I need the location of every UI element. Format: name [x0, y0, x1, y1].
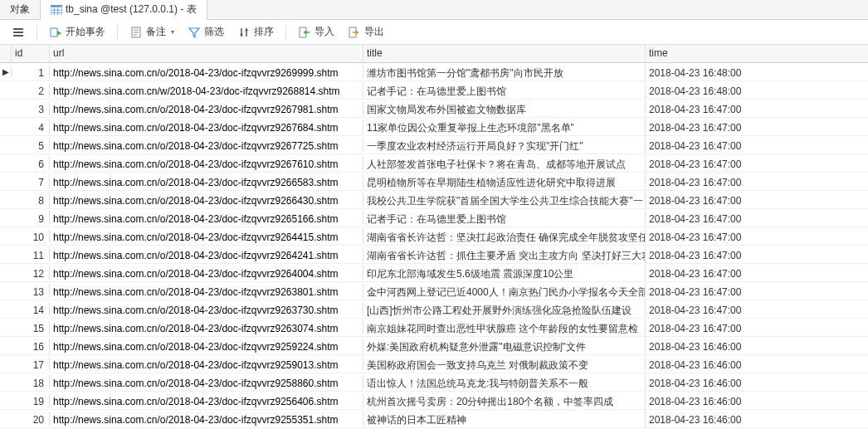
cell-url[interactable]: http://news.sina.com.cn/o/2018-04-23/doc… — [50, 302, 363, 316]
cell-id[interactable]: 4 — [12, 119, 50, 134]
table-row[interactable]: 5http://news.sina.com.cn/o/2018-04-23/do… — [0, 136, 868, 154]
table-row[interactable]: 3http://news.sina.com.cn/o/2018-04-23/do… — [0, 100, 868, 118]
cell-id[interactable]: 11 — [12, 247, 50, 261]
cell-url[interactable]: http://news.sina.com.cn/o/2018-04-23/doc… — [50, 247, 363, 261]
cell-id[interactable]: 5 — [12, 138, 50, 152]
table-row[interactable]: 17http://news.sina.com.cn/o/2018-04-23/d… — [0, 355, 868, 373]
cell-time[interactable]: 2018-04-23 16:47:00 — [646, 320, 868, 334]
table-row[interactable]: 7http://news.sina.com.cn/o/2018-04-23/do… — [0, 173, 868, 191]
table-row[interactable]: 15http://news.sina.com.cn/o/2018-04-23/d… — [0, 319, 868, 337]
cell-id[interactable]: 1 — [12, 65, 50, 79]
cell-id[interactable]: 6 — [12, 156, 50, 170]
table-row[interactable]: 10http://news.sina.com.cn/o/2018-04-23/d… — [0, 227, 868, 246]
cell-title[interactable]: 外媒:美国政府机构疑意外泄露"电磁意识控制"文件 — [363, 338, 646, 354]
cell-title[interactable]: 被神话的日本工匠精神 — [363, 411, 646, 427]
cell-id[interactable]: 20 — [12, 412, 50, 426]
cell-time[interactable]: 2018-04-23 16:47:00 — [646, 119, 868, 134]
cell-time[interactable]: 2018-04-23 16:46:00 — [646, 339, 868, 353]
cell-title[interactable]: 一季度农业农村经济运行开局良好？实现"开门红" — [363, 137, 646, 154]
export-button[interactable]: 导出 — [343, 23, 389, 41]
cell-title[interactable]: 记者手记：在马德里爱上图书馆 — [363, 82, 646, 99]
cell-url[interactable]: http://news.sina.com.cn/o/2018-04-23/doc… — [50, 393, 363, 407]
cell-id[interactable]: 15 — [12, 320, 50, 334]
cell-time[interactable]: 2018-04-23 16:46:00 — [646, 375, 868, 389]
table-row[interactable]: 12http://news.sina.com.cn/o/2018-04-23/d… — [0, 264, 868, 282]
cell-title[interactable]: [山西]忻州市公路工程处开展野外演练强化应急抢险队伍建设 — [363, 301, 646, 318]
table-row[interactable]: 13http://news.sina.com.cn/o/2018-04-23/d… — [0, 282, 868, 300]
cell-time[interactable]: 2018-04-23 16:47:00 — [646, 211, 868, 225]
menu-button[interactable] — [7, 24, 30, 41]
cell-id[interactable]: 19 — [12, 393, 50, 407]
cell-url[interactable]: http://news.sina.com.cn/o/2018-04-23/doc… — [50, 357, 363, 371]
cell-url[interactable]: http://news.sina.com.cn/o/2018-04-23/doc… — [50, 375, 363, 389]
tab-object[interactable]: 对象 — [0, 0, 41, 19]
cell-time[interactable]: 2018-04-23 16:47:00 — [646, 229, 868, 243]
cell-url[interactable]: http://news.sina.com.cn/o/2018-04-23/doc… — [50, 320, 363, 334]
cell-url[interactable]: http://news.sina.com.cn/o/2018-04-23/doc… — [50, 65, 363, 79]
memo-button[interactable]: 备注 ▾ — [124, 23, 179, 41]
sort-button[interactable]: 排序 — [232, 23, 279, 41]
cell-time[interactable]: 2018-04-23 16:46:00 — [646, 412, 868, 426]
table-row[interactable]: 9http://news.sina.com.cn/o/2018-04-23/do… — [0, 209, 868, 227]
cell-title[interactable]: 南京姐妹花同时查出恶性甲状腺癌 这个年龄段的女性要留意检 — [363, 319, 646, 336]
column-header-url[interactable]: url — [50, 45, 363, 62]
cell-title[interactable]: 语出惊人！法国总统马克龙:我与特朗普关系不一般 — [363, 374, 646, 391]
cell-title[interactable]: 湖南省省长许达哲：抓住主要矛盾 突出主攻方向 坚决打好三大攻 — [363, 246, 646, 263]
cell-time[interactable]: 2018-04-23 16:47:00 — [646, 284, 868, 298]
cell-title[interactable]: 金中河西网上登记已近4000人！南京热门民办小学报名今天全部 — [363, 283, 646, 300]
cell-id[interactable]: 13 — [12, 284, 50, 298]
cell-time[interactable]: 2018-04-23 16:47:00 — [646, 266, 868, 280]
cell-url[interactable]: http://news.sina.com.cn/o/2018-04-23/doc… — [50, 412, 363, 426]
cell-title[interactable]: 记者手记：在马德里爱上图书馆 — [363, 210, 646, 227]
cell-title[interactable]: 杭州首次摇号卖房：20分钟摇出180个名额，中签率四成 — [363, 392, 646, 409]
tab-table[interactable]: tb_sina @test (127.0.0.1) - 表 — [41, 0, 207, 20]
cell-url[interactable]: http://news.sina.com.cn/o/2018-04-23/doc… — [50, 229, 363, 243]
cell-title[interactable]: 人社部签发首张电子社保卡？将在青岛、成都等地开展试点 — [363, 155, 646, 172]
cell-time[interactable]: 2018-04-23 16:47:00 — [646, 174, 868, 188]
cell-url[interactable]: http://news.sina.com.cn/o/2018-04-23/doc… — [50, 284, 363, 298]
cell-id[interactable]: 17 — [12, 357, 50, 371]
cell-id[interactable]: 18 — [12, 375, 50, 389]
table-row[interactable]: 6http://news.sina.com.cn/o/2018-04-23/do… — [0, 154, 868, 173]
cell-id[interactable]: 8 — [12, 193, 50, 207]
filter-button[interactable]: 筛选 — [183, 23, 229, 41]
table-row[interactable]: 19http://news.sina.com.cn/o/2018-04-23/d… — [0, 392, 868, 410]
begin-transaction-button[interactable]: 开始事务 — [44, 23, 110, 41]
table-row[interactable]: 16http://news.sina.com.cn/o/2018-04-23/d… — [0, 337, 868, 355]
table-row[interactable]: 18http://news.sina.com.cn/o/2018-04-23/d… — [0, 373, 868, 392]
table-row[interactable]: 11http://news.sina.com.cn/o/2018-04-23/d… — [0, 246, 868, 264]
cell-title[interactable]: 11家单位因公众重复举报上生态环境部"黑名单" — [363, 119, 646, 135]
table-row[interactable]: 4http://news.sina.com.cn/o/2018-04-23/do… — [0, 118, 868, 136]
cell-time[interactable]: 2018-04-23 16:48:00 — [646, 65, 868, 79]
cell-url[interactable]: http://news.sina.com.cn/o/2018-04-23/doc… — [50, 339, 363, 353]
column-header-time[interactable]: time — [646, 45, 868, 62]
cell-title[interactable]: 我校公共卫生学院获"首届全国大学生公共卫生综合技能大赛"一 — [363, 192, 646, 208]
cell-time[interactable]: 2018-04-23 16:47:00 — [646, 193, 868, 207]
cell-time[interactable]: 2018-04-23 16:47:00 — [646, 138, 868, 152]
cell-url[interactable]: http://news.sina.com.cn/o/2018-04-23/doc… — [50, 138, 363, 152]
row-marker-header[interactable] — [0, 45, 12, 62]
cell-time[interactable]: 2018-04-23 16:47:00 — [646, 101, 868, 115]
cell-time[interactable]: 2018-04-23 16:46:00 — [646, 357, 868, 371]
cell-id[interactable]: 14 — [12, 302, 50, 316]
cell-title[interactable]: 美国称政府国会一致支持乌克兰 对俄制裁政策不变 — [363, 356, 646, 373]
cell-title[interactable]: 国家文物局发布外国被盗文物数据库 — [363, 100, 646, 117]
cell-url[interactable]: http://news.sina.com.cn/o/2018-04-23/doc… — [50, 211, 363, 225]
cell-id[interactable]: 2 — [12, 83, 50, 97]
cell-time[interactable]: 2018-04-23 16:47:00 — [646, 156, 868, 170]
cell-url[interactable]: http://news.sina.com.cn/o/2018-04-23/doc… — [50, 266, 363, 280]
cell-title[interactable]: 潍坊市图书馆第一分馆"鸢都书房"向市民开放 — [363, 64, 646, 80]
table-row[interactable]: 2http://news.sina.com.cn/w/2018-04-23/do… — [0, 81, 868, 100]
column-header-id[interactable]: id — [12, 45, 50, 62]
cell-title[interactable]: 昆明植物所等在早期陆生植物适应性进化研究中取得进展 — [363, 173, 646, 190]
cell-url[interactable]: http://news.sina.com.cn/w/2018-04-23/doc… — [50, 83, 363, 97]
table-row[interactable]: ▶1http://news.sina.com.cn/o/2018-04-23/d… — [0, 63, 868, 81]
cell-url[interactable]: http://news.sina.com.cn/o/2018-04-23/doc… — [50, 101, 363, 115]
table-row[interactable]: 8http://news.sina.com.cn/o/2018-04-23/do… — [0, 191, 868, 209]
table-row[interactable]: 20http://news.sina.com.cn/o/2018-04-23/d… — [0, 410, 868, 428]
cell-url[interactable]: http://news.sina.com.cn/o/2018-04-23/doc… — [50, 156, 363, 170]
cell-id[interactable]: 12 — [12, 266, 50, 280]
cell-time[interactable]: 2018-04-23 16:47:00 — [646, 302, 868, 316]
table-row[interactable]: 14http://news.sina.com.cn/o/2018-04-23/d… — [0, 300, 868, 319]
cell-id[interactable]: 16 — [12, 339, 50, 353]
